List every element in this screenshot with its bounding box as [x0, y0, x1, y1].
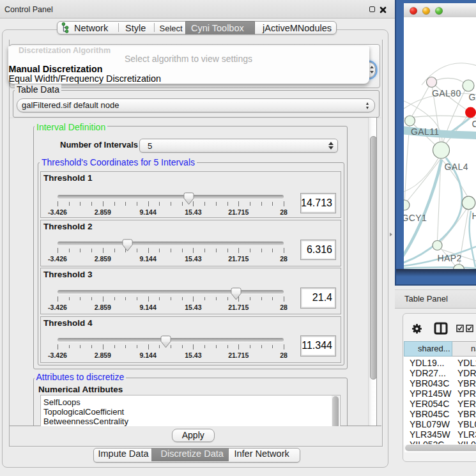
- svg-text:GAL11: GAL11: [411, 127, 440, 137]
- svg-text:GCY1: GCY1: [404, 213, 427, 223]
- svg-text:C: C: [472, 119, 476, 129]
- svg-text:H: H: [472, 211, 476, 221]
- svg-text:HAP2: HAP2: [438, 253, 462, 263]
- svg-text:GAL4: GAL4: [445, 162, 468, 172]
- svg-text:GAL80: GAL80: [432, 88, 461, 98]
- svg-text:GA: GA: [469, 92, 476, 102]
